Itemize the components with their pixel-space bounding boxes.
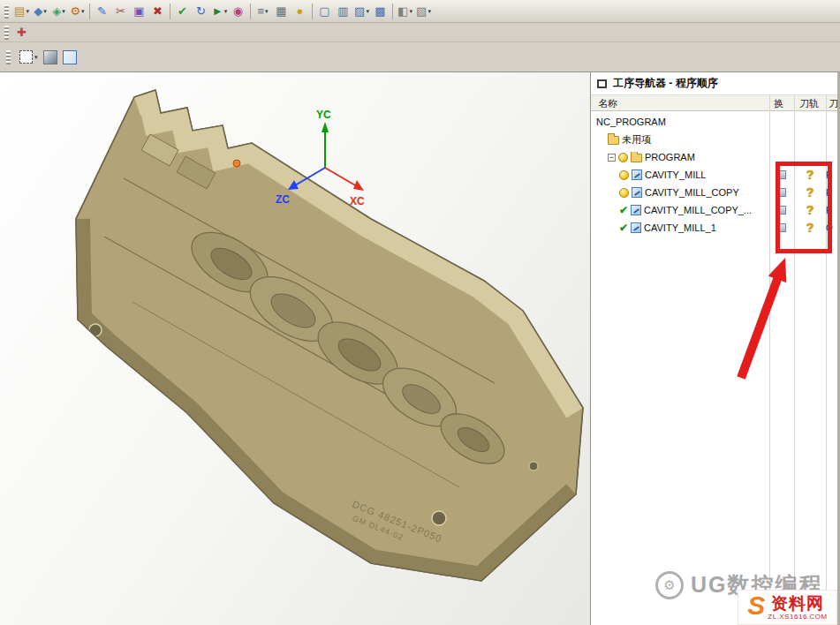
tree-row[interactable]: CAVITY_MILL_COPY?F (591, 184, 837, 201)
column-name[interactable]: 名称 (598, 97, 617, 110)
shaded-display-icon[interactable] (43, 50, 57, 64)
expand-toggle[interactable]: − (608, 154, 616, 162)
tool-change-icon (777, 206, 786, 215)
view-orient-glyph: ◧ (397, 5, 408, 17)
column-tool[interactable]: 刀 (829, 97, 838, 110)
tree-item-label: NC_PROGRAM (596, 117, 666, 127)
create-operation-icon[interactable]: ⚙▾ (68, 2, 87, 20)
create-tool-icon[interactable]: ◆▾ (31, 2, 49, 20)
chevron-down-icon: ▾ (409, 8, 412, 14)
part-hole (529, 462, 538, 471)
tree-row[interactable]: −PROGRAM (591, 148, 837, 166)
column-divider (769, 95, 770, 111)
cut-object-icon[interactable]: ✂ (111, 2, 130, 20)
column-toolpath[interactable]: 刀轨 (799, 97, 819, 110)
axis-label-yc: YC (316, 109, 331, 121)
toolpath-question-mark: ? (806, 221, 814, 235)
list-output-glyph: ≡ (257, 5, 264, 17)
part-3d-view: DCG 48251-2P050 GM DL44-02 YC XC ZC (0, 72, 590, 625)
wireframe-display-icon[interactable] (63, 50, 77, 64)
operation-icon (632, 187, 642, 198)
window-cascade-icon[interactable]: ▢ (315, 2, 334, 20)
generate-toolpath-icon[interactable]: ✔ (173, 2, 192, 20)
window-cascade-glyph: ▢ (319, 5, 329, 17)
panel-window-icon (597, 79, 607, 88)
tree-row-name: CAVITY_MILL (591, 169, 769, 180)
tree-row-name: CAVITY_MILL_COPY (591, 187, 769, 198)
folder-icon (631, 154, 642, 162)
tree-item-label: CAVITY_MILL_COPY_... (644, 205, 752, 215)
navigator-titlebar[interactable]: 工序导航器 - 程序顺序 (591, 72, 837, 95)
post-process-icon[interactable]: ● (291, 2, 309, 20)
tool-name-cell: Q (826, 219, 837, 237)
delete-object-icon[interactable]: ✖ (148, 2, 167, 20)
navigator-title: 工序导航器 - 程序顺序 (613, 76, 718, 91)
tool-change-icon (777, 223, 786, 232)
create-program-icon[interactable]: ▤▾ (12, 2, 31, 20)
replay-toolpath-glyph: ↻ (196, 5, 206, 17)
chevron-down-icon: ▾ (224, 8, 228, 14)
toolpath-question-mark: ? (806, 203, 814, 217)
tree-item-label: CAVITY_MILL_1 (644, 222, 716, 233)
simulate-machine-icon[interactable]: ◉ (229, 2, 247, 20)
toolchange-cell (769, 219, 794, 237)
chevron-down-icon: ▾ (62, 8, 65, 14)
tree-row[interactable]: 未用项 (591, 131, 837, 148)
toolchange-cell (769, 184, 794, 201)
toolbar-separator (392, 4, 393, 19)
main-toolbar: ▤▾◆▾◈▾⚙▾✎✂▣✖✔↻►▾◉≡▾▦●▢▥▨▾▩◧▾▧▾ (0, 0, 840, 23)
point-constructor-icon[interactable]: ✚ (12, 23, 31, 41)
tree-row[interactable]: CAVITY_MILL?F (591, 166, 837, 184)
replay-toolpath-icon[interactable]: ↻ (192, 2, 210, 20)
secondary-toolbar: ✚ (0, 23, 840, 42)
point-constructor-glyph: ✚ (17, 26, 26, 38)
create-program-glyph: ▤ (14, 5, 25, 17)
copy-object-icon[interactable]: ▣ (130, 2, 148, 20)
tree-row[interactable]: ✔CAVITY_MILL_1?Q (591, 219, 837, 237)
tree-row-name: −PROGRAM (591, 152, 769, 162)
chevron-down-icon: ▾ (265, 8, 269, 14)
create-geometry-glyph: ◈ (52, 5, 61, 17)
toolbar-grip[interactable] (4, 26, 9, 40)
cut-object-glyph: ✂ (116, 5, 125, 17)
tree-item-label: PROGRAM (645, 152, 695, 162)
create-geometry-icon[interactable]: ◈▾ (49, 2, 68, 20)
tree-row[interactable]: NC_PROGRAM (591, 113, 837, 131)
display-mode-icon[interactable]: ▧▾ (414, 2, 433, 20)
toolpath-cell: ? (794, 184, 826, 201)
graphics-viewport[interactable]: DCG 48251-2P050 GM DL44-02 YC XC ZC (0, 72, 590, 625)
status-check-icon: ✔ (619, 222, 628, 233)
tree-row[interactable]: ✔CAVITY_MILL_COPY_...?F (591, 201, 837, 219)
verify-toolpath-icon[interactable]: ►▾ (210, 2, 229, 20)
toolchange-cell (769, 201, 794, 219)
view-orient-icon[interactable]: ◧▾ (396, 2, 414, 20)
generate-toolpath-glyph: ✔ (178, 5, 187, 17)
toolchange-cell (769, 166, 794, 184)
tool-name-cell: F (826, 184, 837, 201)
copy-object-glyph: ▣ (133, 5, 144, 17)
gear-logo-icon: ⚙ (655, 571, 684, 599)
tree-row-name: 未用项 (591, 133, 769, 147)
simulate-machine-glyph: ◉ (233, 5, 243, 17)
toolpath-question-mark: ? (806, 168, 814, 182)
axis-label-xc: XC (350, 195, 365, 207)
toolbar-grip[interactable] (4, 4, 9, 19)
create-tool-glyph: ◆ (34, 5, 42, 17)
edit-object-icon[interactable]: ✎ (93, 2, 111, 20)
window-tile-icon[interactable]: ▥ (334, 2, 352, 20)
window-menu-icon[interactable]: ▩ (371, 2, 390, 20)
logo-title: 资料网 (771, 595, 824, 612)
logo-subtitle: ZL.XS1616.COM (768, 614, 827, 621)
toolbar-grip[interactable] (6, 50, 11, 64)
machine-tool-view-glyph: ▦ (276, 5, 286, 17)
chevron-down-icon: ▾ (428, 8, 431, 14)
window-menu-glyph: ▩ (375, 5, 385, 17)
window-layout-icon[interactable]: ▨▾ (352, 2, 371, 20)
list-output-icon[interactable]: ≡▾ (254, 2, 272, 20)
selection-filter[interactable]: ▾ (19, 50, 38, 64)
tree-item-label: CAVITY_MILL (645, 169, 707, 180)
tool-change-icon (777, 188, 786, 197)
navigator-column-headers[interactable]: 名称 换 刀轨 刀 (591, 95, 837, 111)
machine-tool-view-icon[interactable]: ▦ (272, 2, 291, 20)
column-toolchange[interactable]: 换 (774, 97, 783, 110)
